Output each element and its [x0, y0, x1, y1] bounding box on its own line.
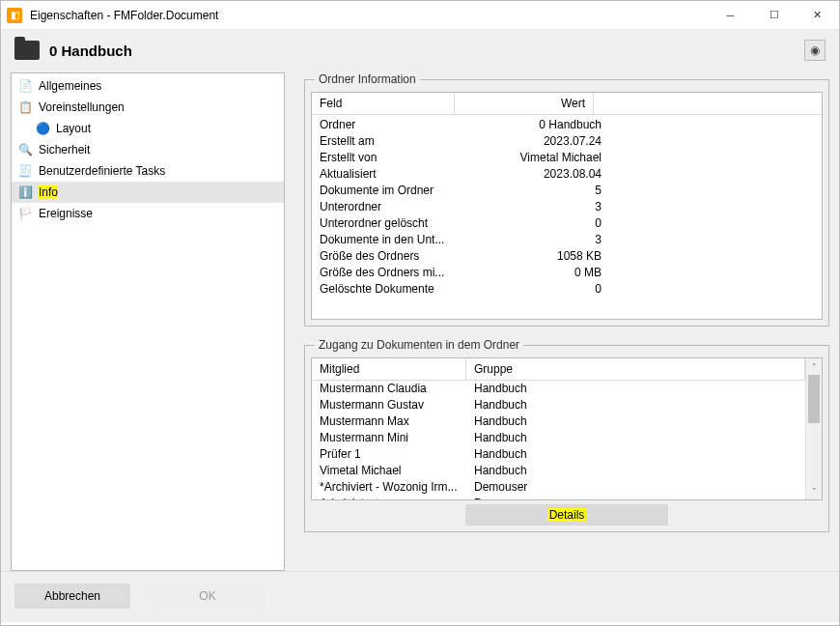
cell-mitglied: Mustermann Claudia	[320, 381, 474, 397]
col-header-rest	[594, 93, 822, 114]
page-title: 0 Handbuch	[49, 43, 132, 59]
cell-gruppe: Handbuch	[474, 413, 798, 430]
header: 0 Handbuch ◉	[1, 30, 839, 69]
table-row[interactable]: Mustermann ClaudiaHandbuch	[312, 381, 805, 397]
folder-info-header: Feld Wert	[312, 93, 822, 115]
folder-icon	[14, 41, 40, 60]
cell-mitglied: Mustermann Mini	[320, 430, 474, 446]
cell-wert: 2023.07.24	[462, 133, 602, 150]
cell-feld: Größe des Ordners	[320, 248, 462, 265]
sidebar-item-label: Allgemeines	[39, 79, 101, 93]
sidebar-item-allgemeines[interactable]: 📄Allgemeines	[12, 75, 284, 97]
folder-info-legend: Ordner Information	[315, 72, 420, 86]
info-icon: ℹ️	[17, 185, 33, 199]
cell-wert: 1058 KB	[462, 248, 602, 265]
col-header-mitglied[interactable]: Mitglied	[312, 358, 466, 380]
cell-wert: 5	[462, 183, 602, 199]
cell-gruppe: Handbuch	[474, 463, 798, 479]
scroll-thumb[interactable]	[808, 375, 820, 423]
cell-feld: Größe des Ordners mi...	[320, 265, 462, 281]
scroll-track[interactable]	[806, 375, 822, 483]
details-button[interactable]: Details	[465, 504, 668, 526]
table-row[interactable]: Größe des Ordners mi...0 MB	[312, 265, 822, 281]
access-group: Zugang zu Dokumenten in dem Ordner Mitgl…	[304, 338, 829, 532]
main: 📄Allgemeines📋Voreinstellungen🔵Layout🔍Sic…	[1, 69, 839, 571]
col-header-gruppe[interactable]: Gruppe	[466, 358, 805, 380]
cell-wert: Vimetal Michael	[462, 150, 602, 166]
close-button[interactable]: ✕	[796, 1, 839, 29]
titlebar: ◧ Eigenschaften - FMFolder.Document ─ ☐ …	[1, 1, 839, 30]
cell-feld: Unterordner gelöscht	[320, 215, 462, 232]
cell-wert: 0	[462, 281, 602, 298]
tasks-icon: 🧾	[17, 164, 33, 178]
cell-mitglied: Vimetal Michael	[320, 463, 474, 479]
ok-button[interactable]: OK	[150, 583, 266, 609]
table-row[interactable]: AdministratorDemouser	[312, 496, 805, 499]
sidebar-item-benutzerdefinierte-tasks[interactable]: 🧾Benutzerdefinierte Tasks	[12, 160, 284, 182]
cell-gruppe: Handbuch	[474, 397, 798, 413]
table-row[interactable]: Ordner0 Handbuch	[312, 117, 822, 133]
sidebar-item-sicherheit[interactable]: 🔍Sicherheit	[12, 139, 284, 160]
scroll-down-icon[interactable]: ˅	[806, 483, 822, 499]
col-header-wert[interactable]: Wert	[455, 93, 594, 114]
table-row[interactable]: Größe des Ordners1058 KB	[312, 248, 822, 265]
sidebar-item-layout[interactable]: 🔵Layout	[12, 118, 284, 139]
access-scrollbar[interactable]: ˄ ˅	[805, 358, 822, 499]
table-row[interactable]: Gelöschte Dokumente0	[312, 281, 822, 298]
table-row[interactable]: Dokumente in den Unt...3	[312, 232, 822, 248]
minimize-button[interactable]: ─	[709, 1, 752, 29]
cell-wert: 3	[462, 199, 602, 215]
details-button-label: Details	[547, 508, 587, 522]
folder-info-table: Feld Wert Ordner0 HandbuchErstellt am202…	[311, 92, 823, 320]
cancel-button[interactable]: Abbrechen	[14, 583, 130, 609]
sidebar-item-label: Sicherheit	[39, 143, 90, 156]
table-row[interactable]: Mustermann MiniHandbuch	[312, 430, 805, 446]
access-legend: Zugang zu Dokumenten in dem Ordner	[315, 338, 523, 352]
folder-info-group: Ordner Information Feld Wert Ordner0 Han…	[304, 72, 829, 327]
sidebar-item-ereignisse[interactable]: 🏳️Ereignisse	[12, 203, 284, 224]
table-row[interactable]: Erstellt vonVimetal Michael	[312, 150, 822, 166]
cell-feld: Erstellt am	[320, 133, 462, 150]
cell-feld: Dokumente im Ordner	[320, 183, 462, 199]
cell-gruppe: Handbuch	[474, 430, 798, 446]
cell-wert: 0 MB	[462, 265, 602, 281]
sidebar-item-label: Info	[39, 185, 58, 199]
cell-feld: Ordner	[320, 117, 462, 133]
table-row[interactable]: Unterordner3	[312, 199, 822, 215]
sidebar-item-info[interactable]: ℹ️Info	[12, 182, 284, 203]
access-table: Mitglied Gruppe Mustermann ClaudiaHandbu…	[311, 357, 823, 500]
content: Ordner Information Feld Wert Ordner0 Han…	[304, 72, 829, 571]
cell-feld: Erstellt von	[320, 150, 462, 166]
col-header-feld[interactable]: Feld	[312, 93, 455, 114]
sidebar-item-voreinstellungen[interactable]: 📋Voreinstellungen	[12, 97, 284, 118]
cell-mitglied: *Archiviert - Wozonig Irm...	[320, 479, 474, 496]
table-row[interactable]: Erstellt am2023.07.24	[312, 133, 822, 150]
table-row[interactable]: Mustermann MaxHandbuch	[312, 413, 805, 430]
sidebar: 📄Allgemeines📋Voreinstellungen🔵Layout🔍Sic…	[11, 72, 285, 571]
cell-feld: Dokumente in den Unt...	[320, 232, 462, 248]
cell-mitglied: Mustermann Gustav	[320, 397, 474, 413]
access-header: Mitglied Gruppe	[312, 358, 805, 381]
table-row[interactable]: *Archiviert - Wozonig Irm...Demouser	[312, 479, 805, 496]
help-button[interactable]: ◉	[804, 40, 826, 61]
sidebar-item-label: Voreinstellungen	[39, 100, 125, 114]
footer: Abbrechen OK	[1, 571, 839, 622]
scroll-up-icon[interactable]: ˄	[806, 358, 822, 375]
table-row[interactable]: Unterordner gelöscht0	[312, 215, 822, 232]
table-row[interactable]: Vimetal MichaelHandbuch	[312, 463, 805, 479]
app-icon: ◧	[7, 8, 22, 23]
table-row[interactable]: Prüfer 1Handbuch	[312, 446, 805, 463]
cell-mitglied: Prüfer 1	[320, 446, 474, 463]
cell-gruppe: Demouser	[474, 479, 798, 496]
cell-mitglied: Mustermann Max	[320, 413, 474, 430]
lock-icon: 🔍	[17, 143, 33, 156]
window-title: Eigenschaften - FMFolder.Document	[30, 9, 709, 22]
maximize-button[interactable]: ☐	[752, 1, 796, 29]
table-row[interactable]: Dokumente im Ordner5	[312, 183, 822, 199]
sidebar-item-label: Benutzerdefinierte Tasks	[39, 164, 165, 178]
cell-gruppe: Handbuch	[474, 381, 798, 397]
table-row[interactable]: Aktualisiert2023.08.04	[312, 166, 822, 183]
cell-gruppe: Demouser	[474, 496, 798, 499]
table-row[interactable]: Mustermann GustavHandbuch	[312, 397, 805, 413]
dot-icon: 🔵	[35, 122, 50, 135]
